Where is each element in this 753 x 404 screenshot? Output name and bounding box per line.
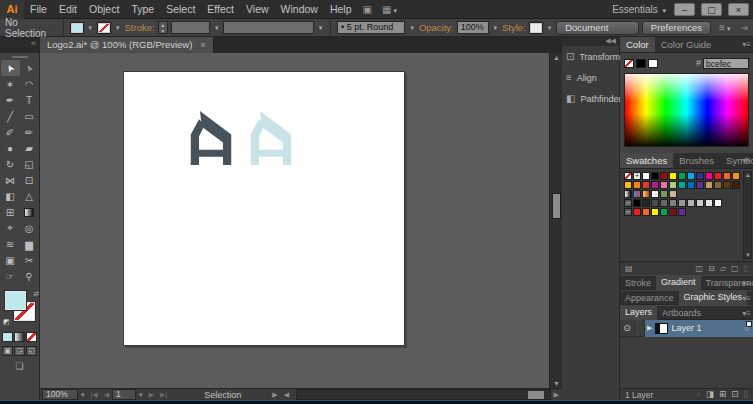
paintbrush-tool[interactable]: ✐	[1, 124, 20, 140]
lock-toggle-cell[interactable]	[635, 320, 645, 337]
column-graph-tool[interactable]: ▆	[20, 236, 39, 252]
panel-button-pathfinder[interactable]: ◧ Pathfinder	[562, 88, 619, 109]
swatch-folder[interactable]: ▱	[624, 199, 632, 207]
opacity-value[interactable]: 100%	[457, 21, 489, 34]
rectangle-tool[interactable]: ▭	[20, 108, 39, 124]
stroke-label[interactable]: Stroke:	[125, 22, 155, 33]
close-document-icon[interactable]: ×	[200, 37, 206, 53]
stroke-weight-stepper[interactable]: ▲▼	[158, 21, 168, 34]
previous-artboard-icon[interactable]: ◀	[101, 391, 112, 399]
color-panel-menu-icon[interactable]: ▾≡	[742, 40, 751, 49]
vertical-scroll-thumb[interactable]	[552, 193, 561, 219]
swatch[interactable]	[633, 199, 641, 207]
menu-edit[interactable]: Edit	[53, 0, 83, 19]
swatch[interactable]	[660, 172, 668, 180]
lasso-tool[interactable]: ◠	[20, 76, 39, 92]
swatches-scroll-down-icon[interactable]: ▼	[744, 252, 752, 258]
swatch[interactable]	[723, 172, 731, 180]
hscroll-right-icon[interactable]: ▶	[551, 391, 562, 399]
last-artboard-icon[interactable]: ▶|	[157, 391, 170, 399]
collapse-control-panel-icon[interactable]: ⇥	[740, 23, 748, 33]
stroke-dropdown-icon[interactable]: ▾	[114, 24, 122, 32]
selection-tool[interactable]: ➤	[1, 60, 20, 76]
tab-color-guide[interactable]: Color Guide	[655, 37, 718, 52]
swatch[interactable]	[678, 181, 686, 189]
swatch[interactable]	[669, 181, 677, 189]
pencil-tool[interactable]: ✏	[20, 124, 39, 140]
swatch[interactable]	[624, 181, 632, 189]
panel-button-align[interactable]: ≡ Align	[562, 67, 619, 88]
perspective-grid-tool[interactable]: △	[20, 188, 39, 204]
type-tool[interactable]: T	[20, 92, 39, 108]
width-tool[interactable]: ⋈	[1, 172, 20, 188]
swatch[interactable]	[696, 181, 704, 189]
screen-mode-button[interactable]: ❏	[0, 361, 39, 371]
swatch[interactable]	[705, 172, 713, 180]
gradient-panel-menu-icon[interactable]: ▾≡	[742, 279, 751, 288]
tab-color[interactable]: Color	[620, 37, 655, 52]
artboard-tool[interactable]: ▣	[1, 252, 20, 268]
preferences-button[interactable]: Preferences	[642, 21, 711, 35]
make-clipping-mask-icon[interactable]: ◨	[706, 389, 714, 400]
pasteboard[interactable]	[40, 53, 549, 388]
swatch[interactable]	[678, 199, 686, 207]
new-sublayer-icon[interactable]: ⊞	[719, 389, 726, 400]
direct-selection-tool[interactable]: ➢	[20, 60, 39, 76]
new-swatch-icon[interactable]: ▢	[731, 264, 739, 273]
fill-dropdown-icon[interactable]: ▾	[87, 24, 95, 32]
first-artboard-icon[interactable]: |◀	[88, 391, 101, 399]
swatch-libraries-icon[interactable]: ▤	[625, 264, 633, 273]
swatch[interactable]	[732, 181, 740, 189]
align-options-icon[interactable]: ≡▾	[714, 22, 737, 33]
tools-grip[interactable]	[12, 56, 28, 58]
none-mode-button[interactable]	[26, 332, 37, 342]
swatch[interactable]	[660, 181, 668, 189]
swatch[interactable]	[633, 208, 641, 216]
arrange-documents-icon[interactable]: ▦▾	[377, 4, 404, 15]
pen-tool[interactable]: ✒	[1, 92, 20, 108]
swatch[interactable]	[723, 181, 731, 189]
expand-dock-icon[interactable]: ◀◀	[605, 37, 616, 44]
swatch[interactable]	[642, 181, 650, 189]
scroll-up-icon[interactable]: ▲	[550, 54, 563, 61]
swatches-scrollbar[interactable]: ▲ ▼	[743, 171, 752, 259]
style-swatch[interactable]	[529, 22, 543, 34]
tab-brushes[interactable]: Brushes	[673, 153, 720, 168]
swatch-grad-orange[interactable]	[642, 190, 650, 198]
swatch[interactable]	[678, 208, 686, 216]
swatch[interactable]	[660, 208, 668, 216]
swatch[interactable]	[696, 172, 704, 180]
swatch[interactable]	[651, 208, 659, 216]
swatch-folder[interactable]: ▱	[624, 208, 632, 216]
menu-help[interactable]: Help	[324, 0, 358, 19]
swatch[interactable]	[660, 199, 668, 207]
hex-value-field[interactable]: bcefec	[703, 58, 749, 69]
eraser-tool[interactable]: ▰	[20, 140, 39, 156]
zoom-dropdown-icon[interactable]: ▾	[78, 391, 88, 399]
swatch[interactable]	[705, 181, 713, 189]
eyedropper-tool[interactable]: ⌖	[1, 220, 20, 236]
delete-swatch-icon[interactable]: ▯	[744, 264, 748, 273]
workspace-switcher[interactable]: Essentials ▾	[612, 4, 668, 15]
swatch[interactable]	[651, 181, 659, 189]
swatch[interactable]	[642, 208, 650, 216]
menu-effect[interactable]: Effect	[201, 0, 240, 19]
tools-panel-header[interactable]: «	[0, 37, 39, 53]
draw-normal-button[interactable]: ▣	[2, 346, 13, 356]
new-color-group-icon[interactable]: ▱	[720, 264, 726, 273]
delete-layer-icon[interactable]: ▯	[743, 389, 748, 400]
color-none-swatch[interactable]	[624, 59, 634, 68]
new-layer-icon[interactable]: ⊡	[731, 389, 738, 400]
swatch[interactable]	[732, 172, 740, 180]
zoom-tool[interactable]: ⚲	[20, 268, 39, 284]
swatch-pat-leaf[interactable]	[660, 190, 668, 198]
zoom-level-value[interactable]: 100%	[42, 389, 78, 400]
opacity-label[interactable]: Opacity:	[419, 22, 454, 33]
line-segment-tool[interactable]: ╱	[1, 108, 20, 124]
scroll-down-icon[interactable]: ▼	[550, 380, 563, 387]
swatch[interactable]	[678, 172, 686, 180]
menu-select[interactable]: Select	[160, 0, 201, 19]
color-spectrum[interactable]	[624, 73, 749, 147]
menu-type[interactable]: Type	[125, 0, 160, 19]
swatch[interactable]	[714, 181, 722, 189]
